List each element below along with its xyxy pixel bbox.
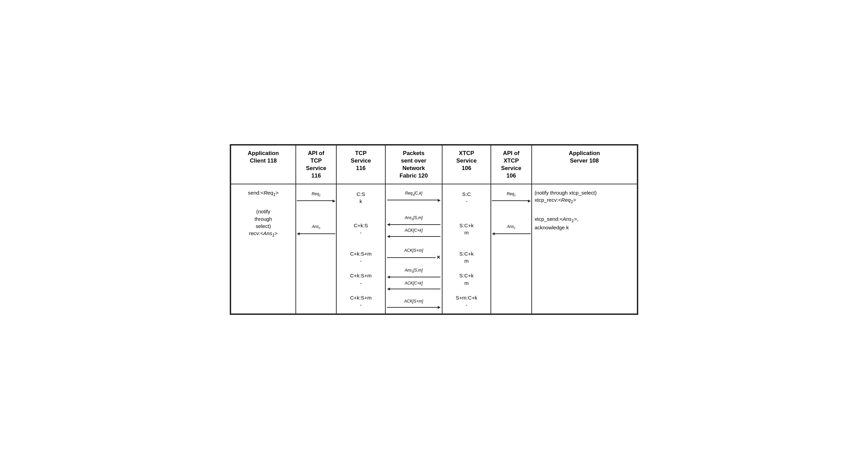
server-cell: (notify through xtcp_select) xtcp_recv:<… xyxy=(532,184,638,314)
header-api-tcp: API of TCP Service 116 xyxy=(296,145,336,184)
body-row-main: send:<Req1> (notifythroughselect)recv:<A… xyxy=(231,184,637,314)
xtcp-state-5: S+m:C+k- xyxy=(445,294,488,309)
client-notify: (notifythroughselect)recv:<Ans1> xyxy=(234,208,293,239)
api-tcp-cell: Req1 ▶ Ans1 ◀ xyxy=(296,184,336,314)
net-arrow-4: Ans1[S,m] ◀ ACK[C+k] ◀ xyxy=(387,267,440,291)
tcp-state-2: C+k:S- xyxy=(339,222,383,236)
net-arrow-1: Req1[C,k] ▶ xyxy=(387,190,440,203)
header-api-xtcp: API of XTCP Service 106 xyxy=(491,145,531,184)
diagram-container: Application Client 118 API of TCP Servic… xyxy=(230,144,638,315)
api-tcp-ans-arrow: Ans1 ◀ xyxy=(297,224,335,236)
api-xtcp-cell: Req1 ▶ Ans1 ◀ xyxy=(491,184,531,314)
net-arrow-2: Ans1[S,m] ◀ ACK[C+k] ◀ xyxy=(387,215,440,239)
api-xtcp-ans-arrow: Ans1 ◀ xyxy=(492,224,530,236)
server-send: xtcp_send:<Ans1>,acknowledge k xyxy=(535,215,634,231)
tcp-state-3: C+k:S+m- xyxy=(339,250,383,265)
header-server: Application Server 108 xyxy=(532,145,638,184)
client-send: send:<Req1> xyxy=(234,189,293,198)
header-xtcp: XTCP Service 106 xyxy=(442,145,491,184)
xtcp-state-2: S:C+km xyxy=(445,222,488,236)
net-arrow-5: ACK[S+m] ▶ xyxy=(387,299,440,310)
client-cell: send:<Req1> (notifythroughselect)recv:<A… xyxy=(231,184,296,314)
tcp-cell: C:Sk C+k:S- C+k:S+m- C+k:S+m- C+k:S+m- xyxy=(336,184,385,314)
server-notify: (notify through xtcp_select) xtcp_recv:<… xyxy=(535,189,634,205)
api-xtcp-req-arrow: Req1 ▶ xyxy=(492,191,530,203)
tcp-state-1: C:Sk xyxy=(339,190,383,205)
api-tcp-req-arrow: Req1 ▶ xyxy=(297,191,335,203)
xtcp-state-3: S:C+km xyxy=(445,250,488,265)
sequence-diagram-table: Application Client 118 API of TCP Servic… xyxy=(230,145,638,314)
header-network: Packets sent over Network Fabric 120 xyxy=(385,145,442,184)
tcp-state-5: C+k:S+m- xyxy=(339,294,383,309)
network-cell: Req1[C,k] ▶ Ans1[S,m] ◀ xyxy=(385,184,442,314)
xtcp-cell: S:C- S:C+km S:C+km S:C+km S+m:C+k- xyxy=(442,184,491,314)
net-arrow-3: ACK[S+m] ✕ xyxy=(387,248,440,261)
header-client: Application Client 118 xyxy=(231,145,296,184)
header-tcp: TCP Service 116 xyxy=(336,145,385,184)
xtcp-state-4: S:C+km xyxy=(445,272,488,287)
header-row: Application Client 118 API of TCP Servic… xyxy=(231,145,637,184)
xtcp-state-1: S:C- xyxy=(445,190,488,205)
tcp-state-4: C+k:S+m- xyxy=(339,272,383,287)
